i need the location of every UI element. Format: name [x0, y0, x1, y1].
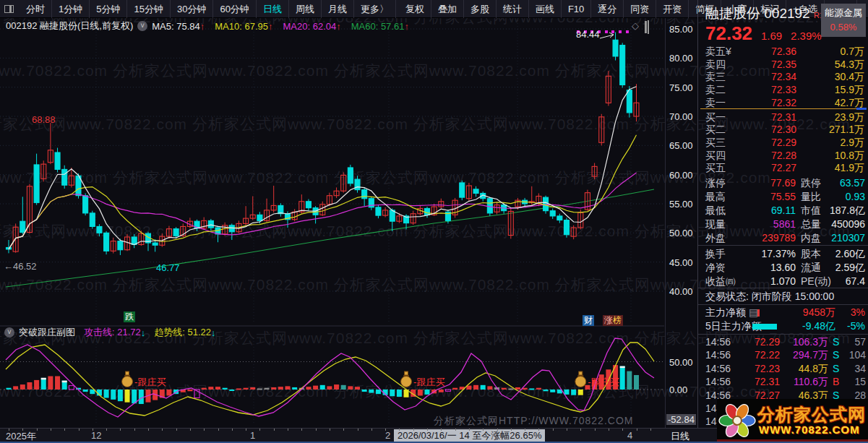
site-logo: 分析家公式网 WWW.70822.COM [717, 399, 868, 442]
diamond-marker-icon[interactable]: ◇ [632, 20, 639, 31]
logo-site-url: WWW.70822.COM [759, 423, 860, 436]
cai-badge: 财 [583, 315, 594, 326]
orderbook-divider-tick [856, 108, 867, 110]
stat-row: 换手17.37%股本2.60亿 [698, 247, 868, 261]
down-arrow-icon: ↓ [141, 327, 146, 338]
up-arrow-icon: ↑ [200, 21, 205, 32]
ma-value-label: MA60: 57.61↑ [351, 21, 409, 32]
menu-item-60分钟[interactable]: 60分钟 [213, 0, 256, 18]
buy-signal-label: -跟庄买 [588, 377, 619, 387]
orderbook-row[interactable]: 卖二72.3315.9万 [698, 83, 868, 96]
up-arrow-icon: ↑ [268, 21, 273, 32]
menu-item-15分钟[interactable]: 15分钟 [127, 0, 170, 18]
candlestick-chart[interactable]: -跟庄买-跟庄买-跟庄买 [0, 0, 697, 428]
orderbook-row[interactable]: 买四72.2810.8万 [698, 149, 868, 162]
sub-tick-label: 50.00 [669, 357, 693, 368]
ma-value-label: MA5: 75.84↑ [152, 21, 205, 32]
axis-year: 2025年 [6, 430, 36, 443]
ma-legend: MA5: 75.84↑MA10: 67.95↑MA20: 62.04↑MA60:… [152, 21, 419, 32]
price-tick-label: 75.00 [669, 82, 693, 93]
menu-item-日线[interactable]: 日线 [257, 0, 289, 18]
price-change-pct: 2.39% [791, 30, 822, 42]
stat-row: 涨停77.69跌停63.57 [698, 176, 868, 190]
menu-item-周线[interactable]: 周线 [289, 0, 322, 18]
menu-item-5分钟[interactable]: 5分钟 [90, 0, 127, 18]
sub-tick-label: -52.84 [666, 414, 696, 425]
axis-month-label: 2 [385, 430, 390, 441]
timeframe-menu: 分时1分钟5分钟15分钟30分钟60分钟日线周线月线更多〉 [20, 0, 396, 18]
annotation-low-left: ←46.52 [4, 261, 37, 272]
last-price: 72.32 [705, 22, 752, 44]
orderbook-row[interactable]: 买三72.292.9万 [698, 136, 868, 149]
tick-row: 14:5672.22294.7万S104 [698, 348, 868, 361]
menu-item-更多〉[interactable]: 更多〉 [354, 0, 396, 18]
indicator-header: ˅ 突破跟庄副图 攻击线: 21.72 ↓ 趋势线: 51.22 ↓ [0, 326, 665, 339]
watermark-url: 分析家公式网HTTP://WWW.70822.COM [434, 415, 633, 428]
pane-window-icon[interactable] [648, 21, 649, 34]
attack-line-value: 攻击线: 21.72 [84, 326, 141, 339]
session-status: 交易状态: 闭市阶段 15:00:00 [705, 291, 834, 304]
orderbook-divider [700, 108, 858, 109]
orderbook-row[interactable]: 卖四72.3554.3万 [698, 58, 868, 71]
price-tick-label: 55.00 [669, 199, 693, 210]
money-flow-row: 主力净额 ▤9458万3% [698, 306, 868, 319]
menu-item-复权[interactable]: 复权 [399, 0, 431, 18]
annotation-low-mid: 46.77 [156, 262, 180, 273]
price-tick-label: 40.00 [669, 286, 693, 297]
trend-line-value: 趋势线: 51.22 [154, 326, 211, 339]
menu-item-月线[interactable]: 月线 [322, 0, 354, 18]
sector-box[interactable]: 能源金属 0.58% [821, 4, 866, 37]
price-tick-label: 80.00 [669, 53, 693, 64]
menu-item-30分钟[interactable]: 30分钟 [171, 0, 213, 18]
sector-name: 能源金属 [821, 4, 866, 20]
menu-item-F10[interactable]: F10 [562, 0, 591, 18]
chevron-down-icon[interactable]: ˅ [137, 21, 147, 31]
down-arrow-icon: ↓ [211, 327, 216, 338]
tick-row: 14:5672.31110.6万B15 [698, 375, 868, 388]
orderbook-row[interactable]: 买二72.30271.1万 [698, 123, 868, 136]
menu-item-1分钟[interactable]: 1分钟 [52, 0, 90, 18]
quote-panel: 融捷股份 002192 R1000 能源金属 0.58% 72.32 1.69 … [697, 0, 868, 443]
period-label[interactable]: 日线 [671, 430, 689, 443]
ma-value-label: MA20: 62.04↑ [283, 21, 340, 32]
menu-item-同资[interactable]: 同资 [624, 0, 656, 18]
menu-item-分时[interactable]: 分时 [20, 0, 52, 18]
menu-item-叠加[interactable]: 叠加 [431, 0, 464, 18]
stat-row: 外盘239789内盘210307 [698, 231, 868, 245]
up-arrow-icon: ↑ [404, 21, 409, 32]
orderbook-row[interactable]: 卖一72.3242.7万 [698, 96, 868, 109]
fall-badge: 跌 [124, 311, 135, 322]
stat-row: 最低69.11市值187.8亿 [698, 204, 868, 218]
sub-tick-label: 0.00 [669, 384, 687, 395]
price-tick-label: 65.00 [669, 140, 693, 151]
sector-change: 0.58% [821, 20, 866, 33]
chart-header: 002192 融捷股份(日线,前复权) ˅ MA5: 75.84↑MA10: 6… [0, 18, 665, 34]
window-split-icon[interactable] [4, 5, 14, 13]
price-tick-label: 85.00 [669, 24, 693, 35]
buy-signal-label: -跟庄买 [134, 377, 166, 387]
flower-logo-icon [718, 400, 756, 441]
trading-app-window: { "menu": { "left": [ {"label":"分时","act… [0, 0, 868, 443]
orderbook-row[interactable]: 买一72.3123.9万 [698, 111, 868, 124]
menu-item-逐分[interactable]: 逐分 [591, 0, 624, 18]
quote-title: 融捷股份 002192 R1000 [705, 4, 837, 23]
price-tick-label: 50.00 [669, 228, 693, 238]
orderbook-row[interactable]: 买五72.2741.9万 [698, 161, 868, 174]
menu-item-统计[interactable]: 统计 [497, 0, 529, 18]
price-tick-label: 60.00 [669, 170, 693, 181]
stock-title: 002192 融捷股份(日线,前复权) [6, 20, 133, 33]
menu-item-开资[interactable]: 开资 [656, 0, 689, 18]
stat-row: 现量5861总量450096 [698, 218, 868, 231]
price-scale: 85.0080.0075.0070.0065.0060.0055.0050.00… [665, 0, 697, 428]
menu-item-画线[interactable]: 画线 [529, 0, 562, 18]
rank-badge: 涨榜 [603, 315, 623, 326]
menu-item-多股[interactable]: 多股 [464, 0, 497, 18]
up-arrow-icon: ↑ [336, 21, 341, 32]
stat-row: 最高75.55量比0.93 [698, 190, 868, 204]
tick-row: 14:5672.2344.8万S34 [698, 362, 868, 375]
axis-month-label: 12 [91, 430, 101, 441]
orderbook-row[interactable]: 卖五¥72.360.7万 [698, 45, 868, 58]
orderbook-row[interactable]: 卖三72.3430.4万 [698, 70, 868, 83]
annotation-peak: 68.88 [32, 114, 56, 125]
indicator-collapse-icon[interactable]: ˅ [4, 327, 14, 337]
